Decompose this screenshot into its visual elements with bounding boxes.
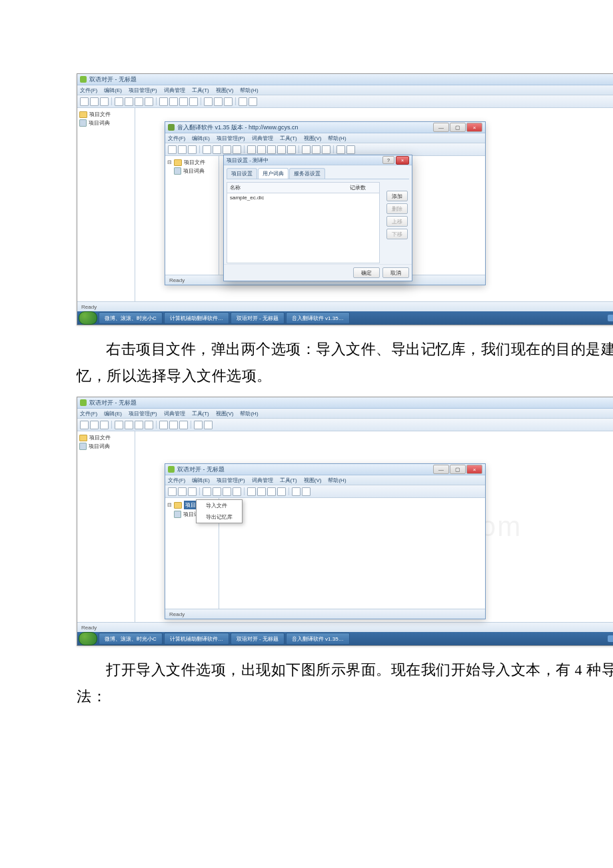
start-button[interactable] [79, 311, 97, 325]
tool-icon[interactable] [178, 145, 187, 154]
menu-item[interactable]: 帮助(H) [240, 87, 258, 94]
tool-icon[interactable] [169, 421, 178, 429]
tool-icon[interactable] [203, 487, 211, 496]
tree-files[interactable]: 项目文件 [79, 110, 133, 119]
new-icon[interactable] [80, 97, 89, 106]
task-button[interactable]: 计算机辅助翻译软件… [164, 312, 229, 324]
menu-item[interactable]: 文件(F) [80, 87, 97, 94]
menu-item[interactable]: 项目管理(P) [129, 410, 157, 417]
moveup-button[interactable]: 上移 [386, 216, 408, 227]
help-icon[interactable] [204, 421, 213, 429]
tab-userdict[interactable]: 用户词典 [258, 168, 289, 179]
menu-item[interactable]: 词典管理 [252, 135, 273, 142]
open-icon[interactable] [90, 97, 99, 106]
menu-item[interactable]: 视图(V) [304, 477, 322, 484]
tool-icon[interactable] [189, 97, 198, 106]
delete-button[interactable]: 删除 [386, 203, 408, 214]
task-button[interactable]: 微博、滚滚、时光小C [99, 312, 163, 324]
help-button[interactable]: ? [382, 156, 394, 164]
menu-item[interactable]: 工具(T) [280, 135, 297, 142]
menu-item[interactable]: 文件(F) [168, 135, 185, 142]
menu-item[interactable]: 词典管理 [164, 87, 185, 94]
tool-icon[interactable] [223, 145, 231, 154]
menu-item[interactable]: 视图(V) [216, 87, 234, 94]
menu-item[interactable]: 帮助(H) [328, 135, 346, 142]
ctx-import-file[interactable]: 导入文件 [197, 500, 242, 511]
tool-icon[interactable] [257, 145, 266, 154]
tool-icon[interactable] [213, 487, 221, 496]
tree-files[interactable]: ⊟项目文件 [167, 158, 217, 167]
lock-icon[interactable] [336, 145, 345, 154]
menu-item[interactable]: 项目管理(P) [129, 87, 157, 94]
task-button[interactable]: 计算机辅助翻译软件… [164, 633, 229, 645]
help-icon[interactable] [302, 487, 310, 496]
tool-icon[interactable] [233, 145, 241, 154]
tool-icon[interactable] [169, 97, 178, 106]
tool-icon[interactable] [257, 487, 266, 496]
tool-icon[interactable] [145, 421, 153, 429]
tree-dict[interactable]: 项目词典 [167, 167, 217, 175]
tool-icon[interactable] [100, 421, 109, 429]
tool-icon[interactable] [312, 145, 320, 154]
tool-icon[interactable] [287, 145, 296, 154]
tool-icon[interactable] [247, 487, 256, 496]
menu-item[interactable]: 视图(V) [304, 135, 322, 142]
menu-item[interactable]: 编辑(E) [104, 410, 122, 417]
task-button[interactable]: 双语对开 - 无标题 [231, 633, 285, 645]
tool-icon[interactable] [125, 421, 133, 429]
tree-files[interactable]: 项目文件 [79, 433, 133, 442]
tool-icon[interactable] [179, 97, 188, 106]
tool-icon[interactable] [159, 97, 168, 106]
menu-item[interactable]: 工具(T) [280, 477, 297, 484]
tray-icon[interactable] [608, 635, 613, 642]
tool-icon[interactable] [302, 145, 310, 154]
max-button[interactable]: ▢ [450, 123, 466, 132]
task-button[interactable]: 微博、滚滚、时光小C [99, 633, 163, 645]
menu-item[interactable]: 视图(V) [216, 410, 234, 417]
tool-icon[interactable] [267, 145, 276, 154]
tool-icon[interactable] [223, 487, 231, 496]
task-button[interactable]: 音入翻译软件 v1.35… [286, 312, 350, 324]
tool-icon[interactable] [247, 145, 256, 154]
tool-icon[interactable] [233, 487, 241, 496]
tool-icon[interactable] [277, 487, 286, 496]
close-button[interactable]: × [466, 123, 482, 132]
menu-item[interactable]: 编辑(E) [104, 87, 122, 94]
tab-server[interactable]: 服务器设置 [289, 168, 325, 179]
menu-item[interactable]: 词典管理 [164, 410, 185, 417]
menu-item[interactable]: 编辑(E) [192, 477, 210, 484]
tool-icon[interactable] [159, 421, 168, 429]
tool-icon[interactable] [277, 145, 286, 154]
tool-icon[interactable] [188, 487, 197, 496]
task-button[interactable]: 音入翻译软件 v1.35… [286, 633, 350, 645]
movedown-button[interactable]: 下移 [386, 229, 408, 239]
help-icon[interactable] [249, 97, 257, 106]
tree-dict[interactable]: 项目词典 [79, 442, 133, 451]
copy-icon[interactable] [125, 97, 133, 106]
add-button[interactable]: 添加 [386, 191, 408, 201]
menu-item[interactable]: 项目管理(P) [217, 477, 245, 484]
tool-icon[interactable] [267, 487, 276, 496]
paste-icon[interactable] [135, 97, 143, 106]
tool-icon[interactable] [179, 421, 188, 429]
menu-item[interactable]: 工具(T) [192, 87, 209, 94]
tool-icon[interactable] [178, 487, 187, 496]
tree-dict[interactable]: 项目词典 [79, 119, 133, 127]
tool-icon[interactable] [115, 421, 123, 429]
tool-icon[interactable] [204, 97, 213, 106]
ok-button[interactable]: 确定 [353, 267, 380, 278]
tool-icon[interactable] [322, 145, 330, 154]
delete-icon[interactable] [145, 97, 153, 106]
close-icon[interactable]: × [396, 156, 409, 165]
tool-icon[interactable] [214, 97, 223, 106]
menu-item[interactable]: 帮助(H) [328, 477, 346, 484]
menu-item[interactable]: 工具(T) [192, 410, 209, 417]
cancel-button[interactable]: 取消 [382, 267, 409, 278]
menu-item[interactable]: 编辑(E) [192, 135, 210, 142]
tool-icon[interactable] [188, 145, 197, 154]
menu-item[interactable]: 帮助(H) [240, 410, 258, 417]
list-item[interactable]: sample_ec.dic [230, 195, 376, 201]
menu-item[interactable]: 文件(F) [168, 477, 185, 484]
tool-icon[interactable] [80, 421, 89, 429]
tool-icon[interactable] [135, 421, 143, 429]
